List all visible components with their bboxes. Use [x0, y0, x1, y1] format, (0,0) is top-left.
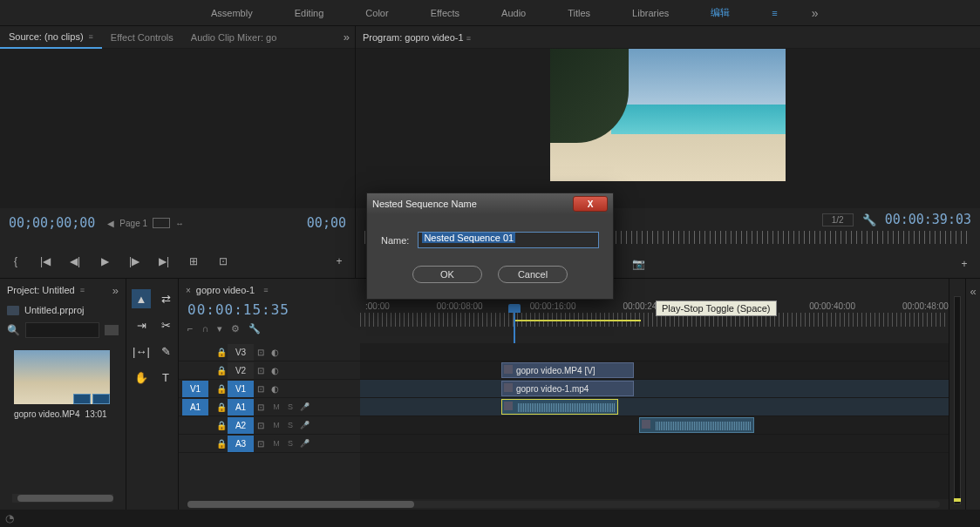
close-icon[interactable]: X — [573, 196, 608, 212]
track-v3[interactable]: 🔒V3⊡◐ — [179, 343, 360, 361]
mute-button[interactable]: M — [271, 402, 282, 411]
lock-icon[interactable]: 🔒 — [215, 439, 228, 449]
source-patch[interactable]: V1 — [182, 381, 208, 397]
ws-effects[interactable]: Effects — [410, 0, 480, 26]
panel-menu-icon[interactable]: ≡ — [89, 32, 93, 41]
lock-icon[interactable]: 🔒 — [215, 402, 228, 412]
sync-lock-icon[interactable]: ⊡ — [254, 402, 268, 412]
insert-icon[interactable]: ⊞ — [187, 254, 201, 268]
sync-lock-icon[interactable]: ⊡ — [254, 348, 268, 357]
lane-a1[interactable] — [360, 398, 949, 416]
collapse-icon[interactable]: « — [966, 284, 980, 298]
marker-icon[interactable]: ▾ — [217, 323, 222, 334]
go-in-icon[interactable]: |◀ — [38, 254, 52, 268]
media-thumbnail[interactable] — [14, 350, 110, 404]
source-tc-in[interactable]: 00;00;00;00 — [9, 215, 95, 231]
timeline-zoom-scroll[interactable] — [187, 501, 940, 508]
tab-audio-mixer[interactable]: Audio Clip Mixer: go — [182, 26, 285, 49]
time-ruler[interactable] — [360, 313, 949, 327]
track-a1[interactable]: A1🔒A1⊡MS🎤 — [179, 398, 360, 416]
source-patch[interactable]: A1 — [182, 399, 208, 416]
voice-over-icon[interactable]: 🎤 — [299, 402, 310, 411]
eye-icon[interactable]: ◐ — [268, 348, 282, 357]
lane-v1[interactable]: gopro video-1.mp4 — [360, 380, 949, 398]
button-editor-icon[interactable]: + — [957, 257, 971, 271]
lane-v2[interactable]: gopro video.MP4 [V] — [360, 361, 949, 380]
name-input[interactable]: Nested Sequence 01 — [418, 232, 599, 248]
voice-over-icon[interactable]: 🎤 — [299, 421, 310, 429]
source-scrubber[interactable] — [9, 236, 346, 245]
snap-icon[interactable]: ⌐ — [187, 323, 193, 334]
step-fwd-icon[interactable]: |▶ — [127, 254, 141, 268]
wrench-icon[interactable]: 🔧 — [248, 323, 261, 334]
clip-a1[interactable] — [501, 399, 618, 415]
ok-button[interactable]: OK — [412, 266, 482, 283]
search-input[interactable] — [25, 322, 99, 338]
tabs-overflow-icon[interactable]: » — [344, 30, 350, 44]
overwrite-icon[interactable]: ⊡ — [216, 254, 230, 268]
new-bin-icon[interactable] — [105, 325, 119, 335]
settings-icon[interactable]: 🔧 — [862, 213, 876, 226]
step-back-icon[interactable]: ◀| — [68, 254, 82, 268]
sync-lock-icon[interactable]: ⊡ — [254, 421, 268, 430]
sequence-tab[interactable]: gopro video-1 — [196, 285, 255, 295]
track-select-tool[interactable]: ⇄ — [156, 289, 175, 308]
selection-tool[interactable]: ▲ — [132, 289, 151, 308]
button-editor-icon[interactable]: + — [332, 254, 346, 268]
search-icon[interactable]: 🔍 — [7, 324, 20, 336]
voice-over-icon[interactable]: 🎤 — [299, 439, 310, 448]
tab-program[interactable]: Program: gopro video-1 ≡ — [363, 32, 471, 43]
ws-overflow-icon[interactable]: » — [800, 6, 831, 20]
tab-source[interactable]: Source: (no clips)≡ — [0, 26, 102, 49]
link-icon[interactable]: ∩ — [201, 323, 208, 334]
track-target[interactable]: V1 — [228, 381, 254, 397]
clip-a2[interactable] — [639, 417, 754, 433]
track-target[interactable]: V2 — [228, 362, 254, 379]
panel-menu-icon[interactable]: ≡ — [80, 286, 85, 294]
page-prev-icon[interactable]: ◀ — [107, 219, 114, 228]
track-target[interactable]: A1 — [228, 399, 254, 416]
ws-libraries[interactable]: Libraries — [611, 0, 690, 26]
ws-editing[interactable]: Editing — [274, 0, 345, 26]
track-v2[interactable]: 🔒V2⊡◐ — [179, 361, 360, 380]
clip-v2[interactable]: gopro video.MP4 [V] — [501, 362, 634, 378]
mark-in-icon[interactable]: { — [9, 254, 23, 268]
cancel-button[interactable]: Cancel — [498, 266, 568, 283]
track-v1[interactable]: V1🔒V1⊡◐ — [179, 380, 360, 398]
go-out-icon[interactable]: ▶| — [157, 254, 171, 268]
ws-audio[interactable]: Audio — [480, 0, 547, 26]
track-a3[interactable]: 🔒A3⊡MS🎤 — [179, 435, 360, 453]
ws-edit-cn[interactable]: 编辑 — [690, 0, 751, 26]
ws-color[interactable]: Color — [344, 0, 409, 26]
lane-a3[interactable] — [360, 435, 949, 453]
sync-lock-icon[interactable]: ⊡ — [254, 366, 268, 375]
ws-titles[interactable]: Titles — [547, 0, 611, 26]
tab-effect-controls[interactable]: Effect Controls — [102, 26, 182, 49]
lock-icon[interactable]: 🔒 — [215, 384, 228, 394]
type-tool[interactable]: T — [156, 368, 175, 387]
solo-button[interactable]: S — [285, 402, 296, 411]
lock-icon[interactable]: 🔒 — [215, 348, 228, 357]
brackets-icon[interactable]: ↔ — [175, 219, 184, 228]
tab-project[interactable]: Project: Untitled — [7, 285, 75, 295]
track-a2[interactable]: 🔒A2⊡MS🎤 — [179, 416, 360, 435]
panel-menu-icon[interactable]: ≡ — [263, 286, 268, 294]
sync-lock-icon[interactable]: ⊡ — [254, 439, 268, 449]
slip-tool[interactable]: |↔| — [132, 341, 151, 361]
ws-menu-icon[interactable]: ≡ — [751, 0, 799, 26]
lane-a2[interactable] — [360, 416, 949, 435]
dialog-titlebar[interactable]: Nested Sequence Name X — [367, 193, 613, 214]
play-icon[interactable]: ▶ — [98, 254, 112, 268]
solo-button[interactable]: S — [285, 439, 296, 448]
solo-button[interactable]: S — [285, 421, 296, 429]
lane-v3[interactable] — [360, 343, 949, 361]
eye-icon[interactable]: ◐ — [268, 366, 282, 375]
mute-button[interactable]: M — [271, 439, 282, 448]
hand-tool[interactable]: ✋ — [132, 368, 151, 387]
panel-menu-icon[interactable]: ≡ — [466, 34, 471, 43]
clip-v1[interactable]: gopro video-1.mp4 — [501, 381, 634, 396]
track-target[interactable]: A3 — [228, 436, 254, 452]
track-target[interactable]: A2 — [228, 417, 254, 434]
track-target[interactable]: V3 — [228, 344, 254, 361]
close-seq-icon[interactable]: × — [186, 286, 191, 295]
